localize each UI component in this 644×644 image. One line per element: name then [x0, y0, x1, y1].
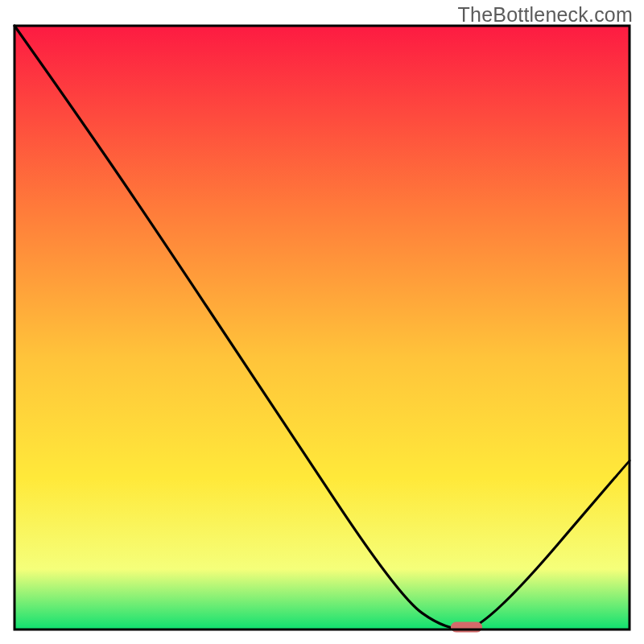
bottleneck-chart	[0, 0, 644, 644]
plot-background	[14, 26, 630, 630]
